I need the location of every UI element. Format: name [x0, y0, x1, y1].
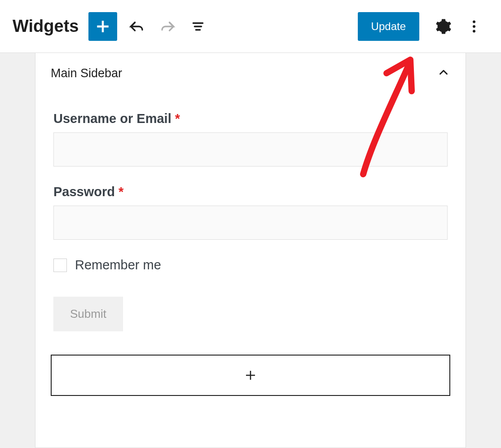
svg-point-2	[473, 30, 475, 32]
remember-me-label: Remember me	[75, 258, 161, 272]
svg-point-1	[473, 25, 475, 28]
required-mark: *	[119, 184, 123, 199]
add-widget-button[interactable]	[51, 355, 450, 396]
update-button[interactable]: Update	[358, 12, 419, 41]
settings-button[interactable]	[429, 12, 458, 41]
username-field[interactable]	[53, 132, 448, 167]
panel-title: Main Sidebar	[51, 66, 122, 80]
remember-me-row: Remember me	[53, 258, 448, 272]
plus-icon	[95, 18, 111, 35]
redo-icon	[159, 18, 176, 35]
password-label-text: Password	[53, 184, 115, 199]
list-view-button[interactable]	[184, 12, 212, 41]
gear-icon	[435, 18, 452, 35]
more-vertical-icon	[466, 18, 482, 35]
password-field[interactable]	[53, 206, 448, 240]
login-form-widget: Username or Email * Password * Remember …	[35, 93, 466, 355]
widget-area-panel: Main Sidebar Username or Email * Passwor…	[35, 53, 466, 448]
username-label-text: Username or Email	[53, 111, 171, 126]
editor-toolbar: Widgets Update	[0, 0, 501, 53]
add-block-button[interactable]	[88, 12, 117, 41]
options-button[interactable]	[460, 12, 488, 41]
username-label: Username or Email *	[53, 111, 448, 126]
remember-me-checkbox[interactable]	[53, 259, 67, 272]
required-mark: *	[175, 111, 180, 126]
svg-point-0	[473, 20, 475, 23]
undo-icon	[129, 18, 145, 35]
chevron-up-icon	[437, 66, 450, 81]
redo-button[interactable]	[153, 12, 182, 41]
list-icon	[190, 18, 206, 35]
undo-button[interactable]	[123, 12, 151, 41]
widgets-content-area: Main Sidebar Username or Email * Passwor…	[0, 53, 501, 448]
submit-button[interactable]: Submit	[53, 297, 123, 331]
panel-header[interactable]: Main Sidebar	[35, 53, 466, 93]
page-title: Widgets	[13, 17, 79, 36]
password-label: Password *	[53, 184, 448, 199]
plus-icon	[244, 369, 257, 382]
